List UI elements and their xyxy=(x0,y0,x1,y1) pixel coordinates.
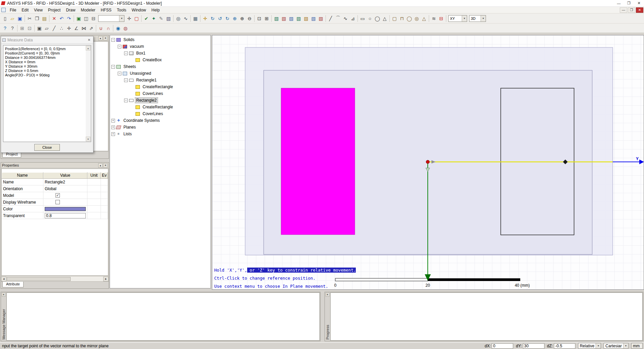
collapse-icon[interactable]: − xyxy=(124,99,128,102)
dropdown-arrow-icon[interactable]: ▼ xyxy=(623,343,628,348)
maximize-button[interactable]: ❐ xyxy=(624,0,634,6)
validate-icon[interactable]: ✔ xyxy=(143,15,150,22)
select-edge-icon[interactable]: ╱ xyxy=(50,25,58,32)
scroll-thumb[interactable] xyxy=(7,277,71,281)
orient-right-icon[interactable]: ▧ xyxy=(317,15,325,22)
progress-close-icon[interactable]: ✕ xyxy=(326,292,330,296)
tab-attribute[interactable]: Attribute xyxy=(2,282,24,287)
tree-item-planes[interactable]: +Planes xyxy=(110,124,211,131)
tree-item-unassigned[interactable]: −Unassigned xyxy=(110,70,211,77)
select-face-icon[interactable]: ▱ xyxy=(43,25,50,32)
snap-grid-icon[interactable]: ⊡ xyxy=(26,25,33,32)
menu-help[interactable]: Help xyxy=(149,7,162,13)
tree-item-sheets[interactable]: −Sheets xyxy=(110,63,211,70)
rectangle1-sheet[interactable] xyxy=(281,88,355,235)
field-plot-icon[interactable]: ∿ xyxy=(182,15,189,22)
expand-icon[interactable]: + xyxy=(111,119,115,123)
project-collapse-button[interactable]: ▴ xyxy=(98,36,103,40)
fit-selection-icon[interactable]: ⊞ xyxy=(263,15,270,22)
material-database-icon[interactable]: ◍ xyxy=(122,25,129,32)
boolean-unite-icon[interactable]: ∪ xyxy=(97,25,105,32)
scroll-right-icon[interactable]: ▶ xyxy=(103,277,109,281)
collapse-icon[interactable]: − xyxy=(118,45,121,48)
context-help-icon[interactable]: ? xyxy=(1,25,9,32)
tile-window-icon[interactable]: ⊟ xyxy=(90,15,97,22)
mdi-document-icon[interactable] xyxy=(1,8,6,12)
save-icon[interactable]: ▣ xyxy=(16,15,24,22)
scroll-down-icon[interactable]: ▼ xyxy=(86,137,90,141)
message-manager-close-icon[interactable]: ✕ xyxy=(2,292,6,296)
dynamic-zoom-icon[interactable]: ⊕ xyxy=(231,15,238,22)
draw-torus-icon[interactable]: ◎ xyxy=(413,15,420,22)
measure-vscrollbar[interactable]: ▲ ▼ xyxy=(86,46,90,141)
menu-window[interactable]: Window xyxy=(129,7,149,13)
properties-collapse-button[interactable]: ▴ xyxy=(98,163,103,168)
orient-left-icon[interactable]: ▧ xyxy=(310,15,317,22)
menu-tools[interactable]: Tools xyxy=(114,7,129,13)
measure-dialog-titlebar[interactable]: Measure Data ✕ xyxy=(1,36,93,44)
draw-rectangle-icon[interactable]: ▭ xyxy=(359,15,366,22)
split-window-icon[interactable]: ◫ xyxy=(82,15,90,22)
coordinate-system-select[interactable]: Cartesiar ▼ xyxy=(604,343,629,349)
tree-item-coverlines[interactable]: CoverLines xyxy=(110,110,211,117)
draw-box-icon[interactable]: ▢ xyxy=(391,15,398,22)
select-mode-icon[interactable]: ▣ xyxy=(75,15,82,22)
mdi-close-button[interactable]: ✕ xyxy=(636,7,643,13)
project-close-button[interactable]: ✕ xyxy=(103,36,108,40)
expand-icon[interactable]: + xyxy=(111,126,115,129)
property-value[interactable]: Rectangle2 xyxy=(43,179,87,185)
measure-data-dialog[interactable]: Measure Data ✕ Position1(Reference) = [0… xyxy=(1,36,93,153)
rotate-screen-center-icon[interactable]: ↻ xyxy=(224,15,231,22)
draw-cone-icon[interactable]: △ xyxy=(420,15,428,22)
rotate-model-center-icon[interactable]: ↻ xyxy=(209,15,216,22)
tree-item-createbox[interactable]: CreateBox xyxy=(110,57,211,63)
entity-select-combo[interactable]: ▼ xyxy=(98,15,124,22)
orient-top-icon[interactable]: ▧ xyxy=(280,15,288,22)
collapse-icon[interactable]: − xyxy=(111,38,115,42)
menu-draw[interactable]: Draw xyxy=(63,7,78,13)
solution-data-icon[interactable]: ◎ xyxy=(175,15,182,22)
modeler-viewport[interactable]: Y 0 20 40 (mm) Hold 'X','Y', or 'Z' key … xyxy=(212,35,644,290)
zoom-out-icon[interactable]: ⊖ xyxy=(246,15,253,22)
measure-icon[interactable]: ▢ xyxy=(133,15,140,22)
mdi-restore-button[interactable]: ❐ xyxy=(628,7,635,13)
draw-polygon-icon[interactable]: △ xyxy=(381,15,388,22)
dropdown-arrow-icon[interactable]: ▼ xyxy=(462,15,467,22)
dropdown-arrow-icon[interactable]: ▼ xyxy=(596,343,601,348)
reference-point-handle[interactable] xyxy=(426,160,429,164)
properties-hscrollbar[interactable]: ◀ ▶ xyxy=(1,276,109,281)
menu-edit[interactable]: Edit xyxy=(19,7,31,13)
dy-input[interactable]: 30 xyxy=(523,343,544,349)
collapse-icon[interactable]: − xyxy=(111,65,115,69)
orient-bottom-icon[interactable]: ▧ xyxy=(288,15,295,22)
tree-item-box1[interactable]: −Box1 xyxy=(110,50,211,57)
draw-line-icon[interactable]: ╱ xyxy=(327,15,334,22)
tree-item-rectangle2[interactable]: −Rectangle2 xyxy=(110,97,211,104)
mdi-minimize-button[interactable]: — xyxy=(620,7,627,13)
collapse-icon[interactable]: − xyxy=(118,72,121,75)
dropdown-arrow-icon[interactable]: ▼ xyxy=(481,15,486,22)
draw-spline-icon[interactable]: ∿ xyxy=(342,15,349,22)
measure-close-button[interactable]: Close xyxy=(34,144,60,151)
cut-icon[interactable]: ✂ xyxy=(26,15,33,22)
menu-hfss[interactable]: HFSS xyxy=(98,7,114,13)
menu-modeler[interactable]: Modeler xyxy=(78,7,98,13)
menu-file[interactable]: File xyxy=(7,7,19,13)
menu-project[interactable]: Project xyxy=(45,7,63,13)
scroll-up-icon[interactable]: ▲ xyxy=(86,46,90,50)
orient-iso-icon[interactable]: ▧ xyxy=(273,15,280,22)
subtract-icon[interactable]: ⊟ xyxy=(438,15,445,22)
expand-icon[interactable]: + xyxy=(111,132,115,136)
mirror-icon[interactable]: ⋈ xyxy=(80,25,87,32)
tree-item-lists[interactable]: +≡Lists xyxy=(110,131,211,137)
collapse-icon[interactable]: − xyxy=(124,78,128,82)
column-header-name[interactable]: Name xyxy=(2,172,43,179)
movement-mode-select[interactable]: Relative ▼ xyxy=(578,343,601,349)
tree-item-coverlines[interactable]: CoverLines xyxy=(110,90,211,97)
boolean-intersect-icon[interactable]: ∩ xyxy=(105,25,112,32)
column-header-value[interactable]: Value xyxy=(43,172,87,179)
draw-arc-icon[interactable]: ⌒ xyxy=(334,15,342,22)
snap-settings-icon[interactable]: ✛ xyxy=(125,15,133,22)
optimetrics-icon[interactable]: ✎ xyxy=(157,15,165,22)
tree-item-vacuum[interactable]: −vacuum xyxy=(110,43,211,50)
